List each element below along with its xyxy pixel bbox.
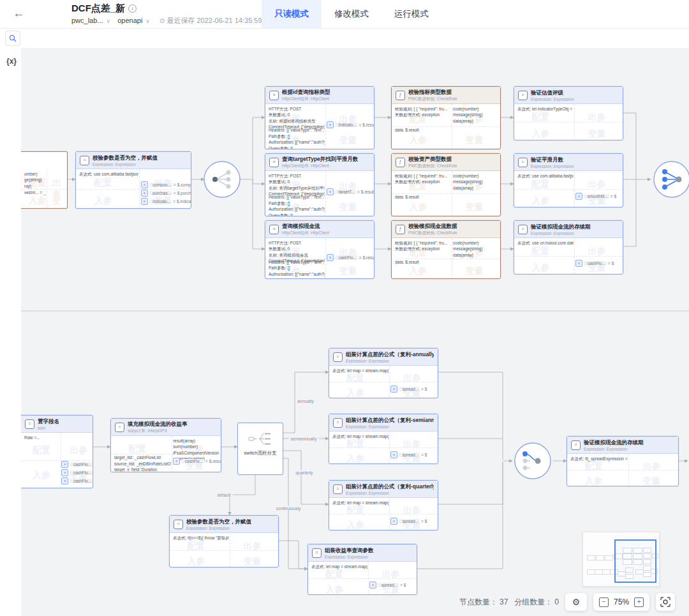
watermark-input: 入参 xyxy=(346,453,364,463)
fork-node[interactable] xyxy=(203,160,241,199)
global-variables-icon[interactable]: {x} xyxy=(6,57,17,66)
back-button[interactable]: ← xyxy=(13,6,25,20)
zoom-in-button[interactable]: + xyxy=(634,597,644,607)
branch-label-semiannually: semiannually xyxy=(289,437,319,441)
watermark-input: 入参 xyxy=(346,387,364,398)
minimap-node xyxy=(596,555,604,560)
watermark-variable: 变量 xyxy=(339,202,357,213)
flow-node-http-targettype[interactable]: ≡ 查询targetType并找到平滑月数 HttpClient组件: Http… xyxy=(265,153,374,216)
watermark-variable: 变量 xyxy=(52,195,67,208)
minimap-node xyxy=(587,555,595,560)
variable-icon: x xyxy=(61,469,68,476)
flow-node-scipy-interp[interactable]: ≈ 填充模拟现金流的收益率 scipy计算: InterpGPS 配置 出参 入… xyxy=(110,418,221,472)
flow-node-expr-yield-params[interactable]: = 组装收益率查询参数 Expression: Expression 配置 出参… xyxy=(307,544,417,595)
info-icon[interactable]: i xyxy=(128,4,137,13)
node-config: target_list: _cashFlowListsource_list: _… xyxy=(114,454,171,472)
minimap[interactable] xyxy=(582,532,660,587)
variable-icon: x xyxy=(575,260,582,267)
node-config: 表达式: if(n==$){ throw "获取的... xyxy=(173,535,229,541)
node-config: 表达式: let map = stream.map()... xyxy=(311,564,367,569)
node-subtitle: HttpClient组件: HttpClient xyxy=(282,163,358,169)
node-subtitle: Expression: Expression xyxy=(325,555,374,559)
variable-icon: x xyxy=(141,190,148,197)
watermark-output: 出参 xyxy=(403,505,421,516)
watermark-input: 入参 xyxy=(409,135,427,146)
node-title: 根据id查询指标类型 xyxy=(282,89,330,96)
flow-node-check-indicator[interactable]: ƒ 校验指标类型数据 PWC数据校验: CheckRule 配置 出参 入参 变… xyxy=(391,86,501,149)
variable-icon: x xyxy=(327,188,334,195)
tab-mode-1[interactable]: 修改模式 xyxy=(322,0,382,28)
flow-node-expr-annually[interactable]: = 组装计算点差的公式（复利-annually） Expression: Exp… xyxy=(329,348,438,398)
minimap-node xyxy=(602,569,611,575)
variable-icon: x xyxy=(369,582,376,589)
watermark-input: 入参 xyxy=(585,476,603,486)
variable-icon: x xyxy=(61,477,68,485)
watermark-output: 出参 xyxy=(70,445,87,456)
variable-icon: x xyxy=(327,121,334,128)
http-node-icon: ≡ xyxy=(269,158,279,167)
watermark-output: 出参 xyxy=(403,439,421,450)
zoom-out-button[interactable]: − xyxy=(599,597,609,607)
branch-label-default: default xyxy=(215,493,232,497)
node-output-mappings: x_spread...=$ xyxy=(390,450,427,458)
http-node-icon: ≡ xyxy=(269,91,279,100)
flow-node-check-cashflow[interactable]: ƒ 校验模拟现金流数据 PWC数据校验: CheckRule 配置 出参 入参 … xyxy=(391,220,501,279)
flow-node-expr-setfield-cut[interactable]: = 置字段名 sion 配置 出参 入参 变量Rate =...x_cashFl… xyxy=(21,415,93,488)
node-title: 校验资产类型数据 xyxy=(408,156,457,163)
node-title: 校验指标类型数据 xyxy=(408,89,457,96)
watermark-variable: 变量 xyxy=(339,135,357,146)
flow-node-check-params-bottom[interactable]: = 校验参数是否为空，并赋值 Expression: Expression 配置… xyxy=(169,515,279,567)
node-config: 校验规则: [ { "required": tru...失败处理方式: exce… xyxy=(395,173,451,185)
node-title: 校验模拟现金流数据 xyxy=(408,223,457,230)
node-title: 填充模拟现金流的收益率 xyxy=(128,421,188,428)
join-node[interactable] xyxy=(514,442,552,480)
chevron-down-icon: ∨ xyxy=(145,18,150,24)
canvas-toolbar xyxy=(0,28,689,48)
node-subtitle: PWC数据校验: CheckRule xyxy=(408,163,457,169)
minimap-viewport[interactable] xyxy=(614,539,656,583)
search-button[interactable] xyxy=(5,31,20,46)
node-subtitle: Expression: Expression xyxy=(186,526,251,530)
workspace-select[interactable]: pwc_lab... xyxy=(71,17,103,24)
node-subtitle: HttpClient组件: HttpClient xyxy=(282,230,329,236)
flow-node-expr-semiannually[interactable]: = 组装计算点差的公式（复利-semiannually） Expression:… xyxy=(329,414,438,464)
watermark-config: 配置 xyxy=(33,445,50,456)
flow-node-switch-branch[interactable]: switch流程分支 xyxy=(237,423,283,475)
watermark-variable: 变量 xyxy=(339,266,357,277)
flow-node-expr-duration-top[interactable]: = 验证模拟现金流的存续期 Expression: Expression 配置 … xyxy=(514,220,623,274)
flow-node-check-params-top[interactable]: = 校验参数是否为空，并赋值 Expression: Expression 配置… xyxy=(75,151,191,209)
flow-node-expr-duration-bottom[interactable]: = 验证模拟现金流的存续期 Expression: Expression 配置 … xyxy=(567,436,679,486)
expr-node-icon: = xyxy=(571,440,581,450)
join-node[interactable] xyxy=(653,160,689,199)
flow-node-expr-rating[interactable]: = 验证估值评级 Expression: Expression 配置 出参 入参… xyxy=(514,86,623,140)
watermark-variable: 变量 xyxy=(642,476,660,486)
node-subtitle: Expression: Expression xyxy=(531,164,574,169)
settings-button[interactable]: ⚙ xyxy=(565,593,587,611)
flow-node-http-indicator[interactable]: ≡ 根据id查询指标类型 HttpClient组件: HttpClient 配置… xyxy=(265,86,374,149)
fit-view-button[interactable] xyxy=(656,593,675,611)
tab-mode-0[interactable]: 只读模式 xyxy=(262,0,322,28)
expr-node-icon: = xyxy=(518,225,528,234)
node-config: 表达式: let map = stream.map()... xyxy=(332,433,389,439)
flow-node-check-cut[interactable]: ƒ 配置 出参 入参 变量umber)ge(string)ray)vestm..… xyxy=(21,151,68,209)
flow-node-expr-quarterly[interactable]: = 组装计算点差的公式（复利-quarterly） Expression: Ex… xyxy=(329,480,438,530)
flow-node-expr-smooth[interactable]: = 验证平滑月数 Expression: Expression 配置 出参 入参… xyxy=(514,153,623,207)
node-config: code(number)message(string)data(array) xyxy=(453,240,498,258)
watermark-config: 配置 xyxy=(346,505,364,516)
watermark-input: 入参 xyxy=(531,128,549,140)
header: ← DCF点差_新i pwc_lab...∨ openapi∨ ⊙最近保存 20… xyxy=(0,0,689,29)
variable-icon: x xyxy=(327,254,334,261)
node-config: data: $.result xyxy=(395,194,451,200)
flow-node-check-asset[interactable]: ƒ 校验资产类型数据 PWC数据校验: CheckRule 配置 出参 入参 变… xyxy=(391,153,501,216)
node-title: 验证模拟现金流的存续期 xyxy=(584,439,644,447)
watermark-config: 配置 xyxy=(94,177,112,189)
watermark-input: 入参 xyxy=(187,556,205,567)
flow-node-http-cashflow[interactable]: ≡ 查询模拟现金流 HttpClient组件: HttpClient 配置 出参… xyxy=(265,220,374,279)
service-select[interactable]: openapi xyxy=(117,17,142,24)
watermark-input: 入参 xyxy=(409,266,427,277)
branch-label-annually: annually xyxy=(295,399,316,403)
switch-node-label: switch流程分支 xyxy=(238,450,283,456)
expr-node-icon: = xyxy=(25,419,34,429)
tab-mode-2[interactable]: 运行模式 xyxy=(382,0,441,28)
check-node-icon: ƒ xyxy=(396,225,405,234)
